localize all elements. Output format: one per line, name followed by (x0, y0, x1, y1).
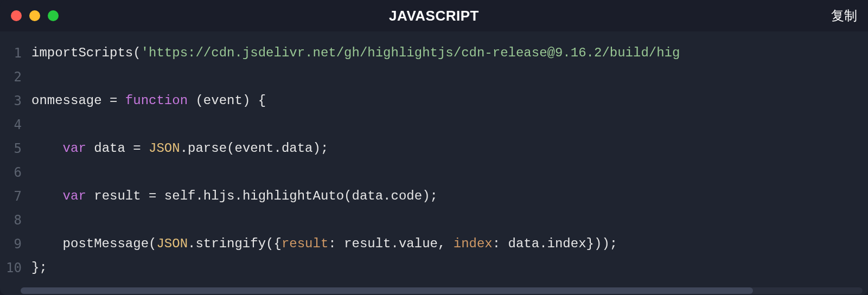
line-number: 1 (0, 41, 22, 65)
token-ident: : result.value, (328, 236, 453, 251)
code-line (31, 208, 868, 232)
token-keyword: var (63, 189, 86, 203)
token-punct: ( (133, 46, 141, 60)
code-line: onmessage = function (event) { (31, 89, 868, 113)
code-editor[interactable]: 1 2 3 4 5 6 7 8 9 10 importScripts('http… (0, 31, 868, 295)
line-number: 7 (0, 184, 22, 208)
line-number: 10 (0, 256, 22, 280)
line-number: 2 (0, 65, 22, 89)
token-prop: result (282, 236, 328, 251)
token-keyword: function (125, 93, 188, 108)
copy-button[interactable]: 复制 (831, 7, 857, 24)
token-string: 'https://cdn.jsdelivr.net/gh/highlightjs… (141, 46, 680, 60)
token-punct: (event) { (188, 93, 266, 108)
token-builtin: JSON (149, 141, 180, 156)
code-line: postMessage(JSON.stringify({result: resu… (31, 232, 868, 256)
token-keyword: var (63, 141, 86, 156)
token-ident: result = self.hljs.highlightAuto(data.co… (86, 189, 438, 203)
code-area[interactable]: importScripts('https://cdn.jsdelivr.net/… (31, 41, 868, 295)
line-number: 6 (0, 161, 22, 184)
line-gutter: 1 2 3 4 5 6 7 8 9 10 (0, 41, 31, 295)
maximize-icon[interactable] (48, 10, 59, 21)
minimize-icon[interactable] (29, 10, 40, 21)
horizontal-scrollbar[interactable] (21, 287, 863, 294)
token-prop: index (454, 236, 493, 251)
line-number: 9 (0, 232, 22, 256)
scrollbar-thumb[interactable] (21, 287, 753, 294)
token-punct: }; (31, 260, 47, 275)
indent (31, 184, 63, 208)
traffic-lights (11, 10, 59, 21)
code-line: }; (31, 256, 868, 280)
indent (31, 232, 63, 256)
line-number: 4 (0, 113, 22, 137)
token-fn: importScripts (31, 46, 133, 60)
line-number: 5 (0, 137, 22, 161)
code-line (31, 113, 868, 137)
line-number: 8 (0, 208, 22, 232)
close-icon[interactable] (11, 10, 22, 21)
code-line: var data = JSON.parse(event.data); (31, 137, 868, 161)
window-title: JAVASCRIPT (389, 8, 479, 24)
code-line (31, 161, 868, 184)
token-builtin: JSON (156, 236, 188, 251)
line-number: 3 (0, 89, 22, 113)
token-ident: .stringify({ (188, 236, 282, 251)
titlebar: JAVASCRIPT 复制 (0, 0, 868, 31)
token-ident: .parse(event.data); (180, 141, 329, 156)
code-window: JAVASCRIPT 复制 1 2 3 4 5 6 7 8 9 10 impor… (0, 0, 868, 295)
code-line: var result = self.hljs.highlightAuto(dat… (31, 184, 868, 208)
code-line: importScripts('https://cdn.jsdelivr.net/… (31, 41, 868, 65)
token-ident: data = (86, 141, 149, 156)
token-punct: = (110, 93, 125, 108)
code-line (31, 65, 868, 89)
indent (31, 137, 63, 161)
token-ident: : data.index})); (493, 236, 617, 251)
token-fn: postMessage( (63, 236, 157, 251)
token-ident: onmessage (31, 93, 110, 108)
